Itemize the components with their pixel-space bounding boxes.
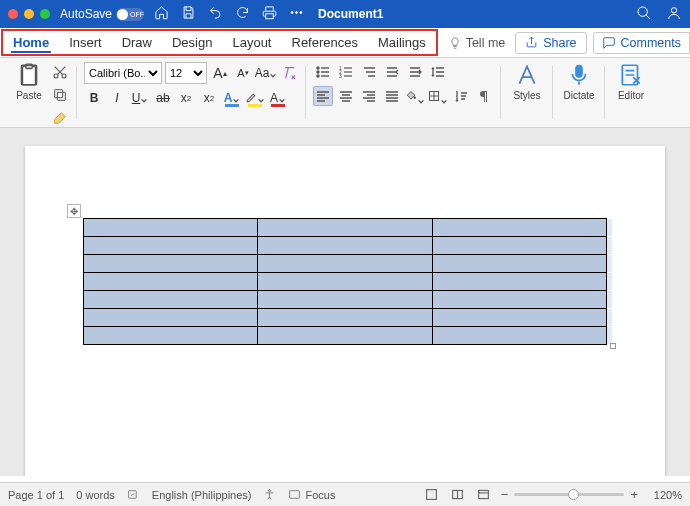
superscript-button[interactable]: x2 [199,88,219,108]
word-count[interactable]: 0 words [76,489,115,501]
paste-button[interactable]: Paste [10,62,48,128]
table-cell[interactable] [432,255,606,273]
search-icon[interactable] [636,5,652,24]
home-icon[interactable] [154,5,169,23]
accessibility-icon[interactable] [263,488,276,501]
justify-button[interactable] [382,86,402,106]
table-cell[interactable] [84,291,258,309]
tab-insert[interactable]: Insert [59,31,112,54]
highlight-button[interactable] [245,88,265,108]
decrease-indent-button[interactable] [382,62,402,82]
table-cell[interactable] [432,309,606,327]
table-cell[interactable] [432,219,606,237]
table-cell[interactable] [84,237,258,255]
language-status[interactable]: English (Philippines) [152,489,252,501]
table[interactable] [83,218,607,345]
table-row[interactable] [84,309,607,327]
change-case-button[interactable]: Aa [256,63,276,83]
bullets-button[interactable] [313,62,333,82]
table-cell[interactable] [432,237,606,255]
redo-icon[interactable] [235,5,250,23]
shrink-font-button[interactable]: A▾ [233,63,253,83]
align-center-button[interactable] [336,86,356,106]
increase-indent-button[interactable] [405,62,425,82]
multilevel-list-button[interactable] [359,62,379,82]
read-view-icon[interactable] [447,485,469,505]
table-cell[interactable] [258,291,432,309]
table-row[interactable] [84,219,607,237]
table-cell[interactable] [258,237,432,255]
table-row[interactable] [84,291,607,309]
subscript-button[interactable]: x2 [176,88,196,108]
format-painter-button[interactable] [50,108,70,128]
table-row[interactable] [84,327,607,345]
table-cell[interactable] [258,273,432,291]
show-marks-button[interactable] [474,86,494,106]
share-button[interactable]: Share [515,32,586,54]
autosave-toggle[interactable]: AutoSave OFF [60,7,144,21]
print-icon[interactable] [262,5,277,23]
resize-handle-icon[interactable] [610,343,616,349]
table-row[interactable] [84,273,607,291]
table-cell[interactable] [432,273,606,291]
undo-icon[interactable] [208,5,223,23]
tab-mailings[interactable]: Mailings [368,31,436,54]
table-cell[interactable] [258,309,432,327]
save-icon[interactable] [181,5,196,23]
table-cell[interactable] [84,327,258,345]
shading-button[interactable] [405,86,425,106]
underline-button[interactable]: U [130,88,150,108]
table-move-handle[interactable]: ✥ [67,204,81,218]
table-cell[interactable] [258,219,432,237]
table-row[interactable] [84,237,607,255]
styles-button[interactable]: Styles [508,62,546,101]
zoom-minus-icon[interactable]: − [501,487,509,502]
italic-button[interactable]: I [107,88,127,108]
comments-button[interactable]: Comments [593,32,690,54]
borders-button[interactable] [428,86,448,106]
align-right-button[interactable] [359,86,379,106]
line-spacing-button[interactable] [428,62,448,82]
zoom-level[interactable]: 120% [644,489,682,501]
tell-me[interactable]: Tell me [448,36,506,50]
tab-references[interactable]: References [282,31,368,54]
table-cell[interactable] [258,327,432,345]
copy-button[interactable] [50,85,70,105]
focus-mode[interactable]: Focus [288,488,335,501]
font-size-combo[interactable]: 12 [165,62,207,84]
tab-home[interactable]: Home [3,31,59,54]
print-layout-view-icon[interactable] [421,485,443,505]
numbering-button[interactable]: 123 [336,62,356,82]
page-number[interactable]: Page 1 of 1 [8,489,64,501]
text-effects-button[interactable]: A [222,88,242,108]
close-window-dot[interactable] [8,9,18,19]
bold-button[interactable]: B [84,88,104,108]
clear-formatting-button[interactable] [279,63,299,83]
maximize-window-dot[interactable] [40,9,50,19]
editor-button[interactable]: Editor [612,62,650,101]
more-icon[interactable] [289,5,304,23]
account-icon[interactable] [666,5,682,24]
tab-design[interactable]: Design [162,31,222,54]
font-name-combo[interactable]: Calibri (Bo... [84,62,162,84]
tab-layout[interactable]: Layout [222,31,281,54]
web-layout-view-icon[interactable] [473,485,495,505]
document-canvas[interactable]: ✥ [0,128,690,476]
sort-button[interactable] [451,86,471,106]
table-row[interactable] [84,255,607,273]
table-cell[interactable] [84,219,258,237]
table-cell[interactable] [432,327,606,345]
table-cell[interactable] [258,255,432,273]
table-cell[interactable] [432,291,606,309]
zoom-slider[interactable] [514,493,624,496]
spellcheck-icon[interactable] [127,488,140,501]
minimize-window-dot[interactable] [24,9,34,19]
table-cell[interactable] [84,273,258,291]
strikethrough-button[interactable]: ab [153,88,173,108]
table-cell[interactable] [84,309,258,327]
dictate-button[interactable]: Dictate [560,62,598,101]
font-color-button[interactable]: A [268,88,288,108]
table-cell[interactable] [84,255,258,273]
cut-button[interactable] [50,62,70,82]
autosave-switch[interactable]: OFF [116,8,144,21]
